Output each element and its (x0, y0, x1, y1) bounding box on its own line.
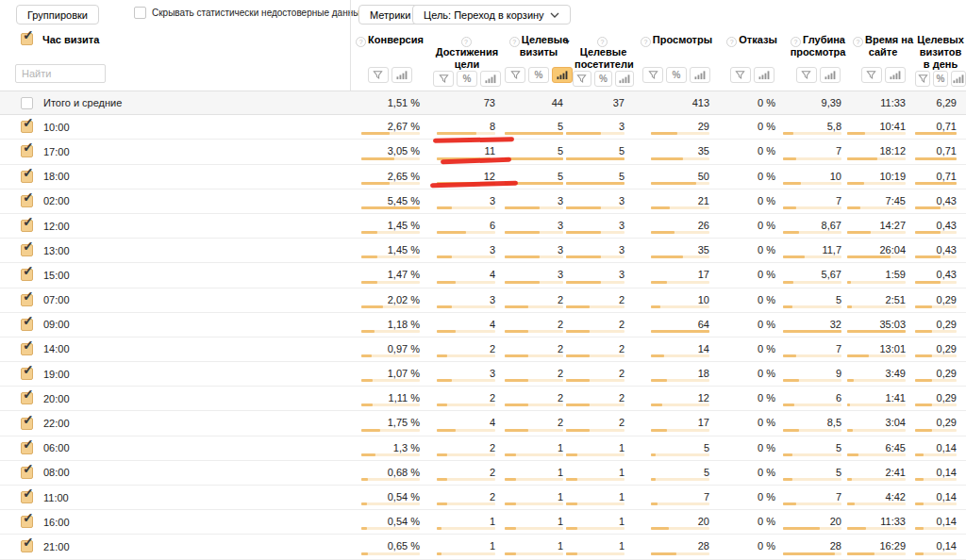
metric-value: 3 (558, 269, 563, 280)
metric-value: 20 (830, 516, 841, 527)
row-checkbox[interactable] (21, 442, 33, 454)
filter-funnel-icon-button[interactable] (861, 67, 882, 83)
percent-toggle-button[interactable]: % (457, 71, 477, 87)
chart-toggle-button[interactable] (391, 67, 412, 83)
metric-value: 2 (558, 392, 563, 404)
info-icon[interactable]: ? (726, 37, 737, 47)
filter-funnel-icon-button[interactable] (368, 67, 389, 83)
metric-value: 2 (490, 491, 495, 502)
percent-toggle-button[interactable]: % (594, 71, 613, 87)
filter-funnel-icon-button[interactable] (796, 67, 817, 83)
row-label-cell: 02:00 (0, 189, 350, 213)
groupings-button[interactable]: Группировки (16, 5, 99, 25)
column-filter-buttons (350, 67, 429, 83)
column-header[interactable]: ?Время на сайте (851, 28, 915, 58)
info-icon[interactable]: ? (509, 37, 520, 47)
metric-value: 0,14 (937, 442, 957, 453)
metric-bar (437, 354, 495, 357)
metric-value: 5 (558, 171, 563, 182)
row-checkbox[interactable] (21, 319, 33, 331)
chart-toggle-button[interactable] (951, 71, 966, 87)
row-checkbox[interactable] (21, 540, 33, 552)
chart-toggle-button[interactable] (820, 67, 841, 83)
column-header[interactable]: ?Просмотры (634, 28, 719, 46)
info-icon[interactable]: ? (791, 37, 801, 47)
chart-toggle-button[interactable] (885, 67, 906, 83)
column-header[interactable]: Целевых визитов в день (915, 28, 966, 71)
select-all-checkbox[interactable] (21, 33, 33, 45)
search-input[interactable] (15, 64, 106, 83)
row-checkbox[interactable] (21, 195, 33, 207)
metric-value: 1,3 % (393, 442, 420, 453)
row-label-cell: 19:00 (0, 362, 350, 386)
row-checkbox[interactable] (21, 418, 33, 430)
metric-cell: 0 % (719, 189, 785, 213)
row-checkbox[interactable] (21, 121, 33, 133)
row-checkbox[interactable] (21, 294, 33, 306)
filter-funnel-icon-button[interactable] (505, 67, 525, 83)
column-header[interactable]: ?Глубина просмотра (785, 28, 851, 58)
metric-cell: 3 (505, 263, 573, 287)
sort-desc-icon[interactable]: ▼ (564, 36, 571, 48)
row-checkbox[interactable] (21, 368, 33, 380)
metric-cell: 0,29 (915, 411, 966, 435)
filter-funnel-icon-button[interactable] (915, 71, 930, 87)
metric-value: 2 (619, 392, 625, 404)
row-checkbox[interactable] (21, 97, 33, 109)
chart-toggle-button[interactable] (552, 67, 573, 83)
filter-funnel-icon-button[interactable] (573, 71, 591, 87)
metric-cell: 3 (505, 239, 573, 262)
row-checkbox[interactable] (21, 516, 33, 528)
hide-unreliable-checkbox[interactable] (134, 7, 146, 19)
metric-bar (505, 231, 563, 234)
metric-cell: 2,65 % (350, 165, 429, 189)
row-checkbox[interactable] (21, 491, 33, 503)
hide-unreliable-data-control[interactable]: Скрывать статистически недостоверные дан… (134, 7, 385, 19)
chart-toggle-button[interactable] (615, 71, 634, 87)
column-header[interactable]: ?Целевые посетители (573, 28, 634, 71)
filter-funnel-icon-button[interactable] (642, 67, 663, 83)
info-icon[interactable]: ? (461, 37, 472, 47)
column-header[interactable]: ?Конверсия (350, 28, 429, 46)
metric-cell: 44 (505, 91, 573, 114)
filter-funnel-icon-button[interactable] (433, 71, 454, 87)
metric-bar (915, 281, 957, 284)
row-checkbox[interactable] (21, 343, 33, 355)
info-icon[interactable]: ? (853, 37, 863, 47)
metric-value: 14 (698, 343, 709, 354)
metric-value: 1 (490, 516, 495, 527)
metric-value: 1 (558, 540, 563, 552)
goal-selector-dropdown[interactable]: Цель: Переход в корзину (412, 5, 571, 25)
metric-value: 0 % (758, 220, 775, 231)
filter-funnel-icon-button[interactable] (730, 67, 751, 83)
percent-toggle-button[interactable]: % (666, 67, 687, 83)
column-header[interactable]: ?Отказы (719, 28, 785, 46)
row-checkbox[interactable] (21, 220, 33, 232)
row-checkbox[interactable] (21, 467, 33, 479)
column-header[interactable]: ?Целевые визиты▼ (505, 28, 573, 58)
row-checkbox[interactable] (21, 145, 33, 157)
info-icon[interactable]: ? (641, 37, 651, 47)
metric-bar (505, 182, 563, 185)
metric-bar (915, 478, 957, 481)
info-icon[interactable]: ? (597, 37, 608, 47)
row-checkbox[interactable] (21, 171, 33, 183)
metric-value: 1 (619, 467, 625, 478)
chart-toggle-button[interactable] (480, 71, 501, 87)
chart-toggle-button[interactable] (754, 67, 774, 83)
metric-cell: 0 % (719, 411, 785, 435)
row-label: 06:00 (43, 442, 70, 453)
row-checkbox[interactable] (21, 244, 33, 256)
row-checkbox[interactable] (21, 392, 33, 404)
metric-bar (847, 231, 906, 234)
metric-cell: 0,71 (915, 165, 966, 189)
chart-toggle-button[interactable] (690, 67, 710, 83)
info-icon[interactable]: ? (356, 37, 366, 47)
column-header[interactable]: ?Достижения цели (429, 28, 505, 71)
metric-bar (915, 330, 957, 333)
metric-bar (566, 231, 625, 234)
row-checkbox[interactable] (21, 269, 33, 281)
percent-toggle-button[interactable]: % (528, 67, 549, 83)
metric-cell: 1,3 % (350, 436, 429, 460)
percent-toggle-button[interactable]: % (933, 71, 948, 87)
